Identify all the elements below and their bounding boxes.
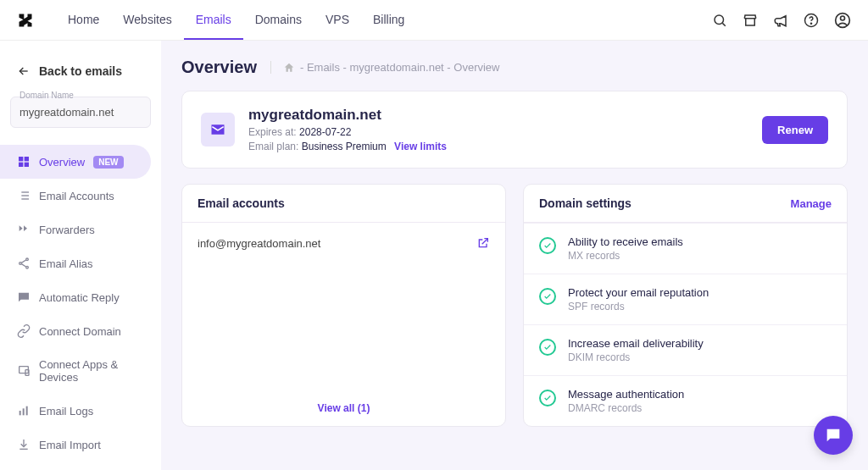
- nav-domains[interactable]: Domains: [243, 1, 314, 40]
- new-badge: NEW: [93, 156, 123, 169]
- store-icon[interactable]: [743, 13, 758, 28]
- sidebar-item-alias[interactable]: Email Alias: [0, 246, 161, 280]
- nav-emails[interactable]: Emails: [184, 1, 243, 40]
- email-accounts-panel: Email accounts info@mygreatdomain.net Vi…: [181, 184, 506, 427]
- reply-icon: [17, 290, 31, 304]
- domain-value: mygreatdomain.net: [19, 106, 142, 119]
- check-icon: [539, 339, 556, 356]
- link-icon: [17, 324, 31, 338]
- settings-title: Domain settings: [539, 196, 632, 210]
- sidebar-item-label: Forwarders: [39, 224, 95, 236]
- setting-row-mx: Ability to receive emails MX records: [524, 223, 847, 274]
- top-icons: [712, 12, 851, 29]
- overview-icon: [17, 155, 31, 169]
- setting-title: Increase email deliverability: [568, 337, 704, 350]
- accounts-title: Email accounts: [198, 196, 285, 210]
- setting-row-dmarc: Message authentication DMARC records: [524, 375, 847, 426]
- search-icon[interactable]: [712, 13, 727, 28]
- domain-card: mygreatdomain.net Expires at: 2028-07-22…: [181, 91, 848, 169]
- email-row: info@mygreatdomain.net: [182, 223, 505, 263]
- nav-billing[interactable]: Billing: [361, 1, 416, 40]
- sidebar-item-forwarders[interactable]: Forwarders: [0, 213, 161, 246]
- nav-vps[interactable]: VPS: [314, 1, 361, 40]
- sidebar-item-auto-reply[interactable]: Automatic Reply: [0, 280, 161, 314]
- sidebar-item-connect-apps[interactable]: Connect Apps & Devices: [0, 348, 161, 394]
- check-icon: [539, 237, 556, 254]
- svg-line-1: [722, 23, 725, 25]
- sidebar-item-label: Automatic Reply: [39, 291, 120, 304]
- svg-rect-9: [25, 163, 29, 167]
- email-address: info@mygreatdomain.net: [198, 237, 320, 250]
- sidebar-item-email-accounts[interactable]: Email Accounts: [0, 179, 161, 213]
- help-icon[interactable]: [804, 13, 819, 28]
- setting-sub: SPF records: [568, 301, 709, 312]
- breadcrumb-text: - Emails - mygreatdomain.net - Overview: [300, 61, 500, 74]
- sidebar-item-label: Connect Domain: [39, 325, 121, 338]
- check-icon: [539, 390, 556, 406]
- expires-value: 2028-07-22: [299, 126, 351, 138]
- profile-icon[interactable]: [834, 12, 851, 29]
- renew-button[interactable]: Renew: [762, 116, 828, 144]
- setting-title: Message authentication: [568, 388, 684, 401]
- download-icon: [17, 438, 31, 451]
- setting-sub: DKIM records: [568, 351, 704, 363]
- setting-title: Protect your email reputation: [568, 286, 709, 299]
- svg-rect-22: [23, 408, 25, 415]
- plan-value: Business Premium: [302, 141, 387, 152]
- nav-home[interactable]: Home: [56, 1, 111, 40]
- view-all-link[interactable]: View all (1): [182, 390, 505, 426]
- setting-sub: DMARC records: [568, 402, 684, 414]
- expires-label: Expires at:: [248, 126, 297, 138]
- sidebar-item-overview[interactable]: Overview NEW: [0, 145, 151, 179]
- page-title: Overview: [181, 58, 257, 77]
- breadcrumb[interactable]: - Emails - mygreatdomain.net - Overview: [270, 61, 500, 74]
- back-label: Back to emails: [39, 64, 122, 78]
- nav-items: Home Websites Emails Domains VPS Billing: [56, 1, 416, 40]
- sidebar-item-connect-domain[interactable]: Connect Domain: [0, 314, 161, 348]
- svg-rect-23: [26, 406, 28, 416]
- domain-select[interactable]: Domain Name mygreatdomain.net: [10, 97, 151, 128]
- announce-icon[interactable]: [773, 13, 788, 28]
- domain-name: mygreatdomain.net: [248, 107, 447, 124]
- svg-point-16: [26, 258, 29, 261]
- manage-link[interactable]: Manage: [791, 197, 832, 210]
- open-icon[interactable]: [476, 236, 490, 250]
- list-icon: [17, 189, 31, 202]
- devices-icon: [17, 364, 31, 378]
- svg-point-18: [26, 266, 29, 268]
- sidebar-nav: Overview NEW Email Accounts Forwarders E…: [0, 138, 161, 468]
- svg-rect-6: [19, 157, 23, 161]
- domain-label: Domain Name: [18, 91, 75, 100]
- setting-title: Ability to receive emails: [568, 235, 683, 248]
- setting-sub: MX records: [568, 250, 683, 262]
- sidebar-item-label: Overview: [39, 156, 85, 169]
- svg-point-0: [715, 15, 724, 25]
- svg-point-3: [810, 23, 811, 24]
- sidebar-item-label: Email Import: [39, 439, 101, 451]
- plan-label: Email plan:: [248, 141, 298, 152]
- check-icon: [539, 288, 556, 305]
- domain-settings-panel: Domain settings Manage Ability to receiv…: [523, 184, 848, 427]
- share-icon: [17, 257, 31, 270]
- sidebar-item-label: Email Logs: [39, 405, 93, 417]
- svg-rect-8: [19, 163, 23, 167]
- svg-point-5: [841, 16, 845, 20]
- logo[interactable]: [17, 12, 39, 29]
- view-limits-link[interactable]: View limits: [394, 141, 447, 152]
- sidebar-item-label: Email Accounts: [39, 190, 114, 202]
- sidebar: Back to emails Domain Name mygreatdomain…: [0, 41, 161, 470]
- forward-icon: [17, 223, 31, 236]
- sidebar-item-label: Connect Apps & Devices: [39, 358, 144, 384]
- svg-rect-7: [25, 157, 29, 161]
- sidebar-item-label: Email Alias: [39, 257, 93, 270]
- sidebar-item-email-logs[interactable]: Email Logs: [0, 394, 161, 428]
- mail-icon: [201, 113, 235, 147]
- svg-rect-21: [19, 411, 21, 415]
- main: Overview - Emails - mygreatdomain.net - …: [161, 41, 868, 470]
- back-to-emails[interactable]: Back to emails: [0, 56, 161, 86]
- chart-icon: [17, 404, 31, 417]
- nav-websites[interactable]: Websites: [111, 1, 183, 40]
- sidebar-item-email-import[interactable]: Email Import: [0, 428, 161, 462]
- top-nav: Home Websites Emails Domains VPS Billing: [0, 0, 868, 41]
- chat-fab[interactable]: [814, 416, 853, 455]
